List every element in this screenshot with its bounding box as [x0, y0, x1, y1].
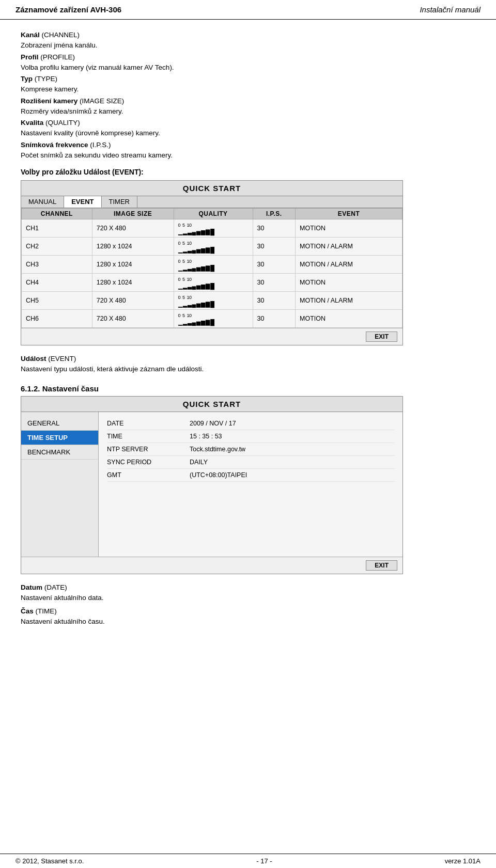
event-text: Nastavení typu události, která aktivuje … — [21, 365, 204, 373]
qs2-settings-value: (UTC+08:00)TAIPEI — [190, 471, 247, 479]
qs1-col-header: QUALITY — [174, 209, 253, 219]
header-left: Záznamové zařízení AVH-306 — [16, 5, 121, 14]
cas-label: Čas — [21, 607, 34, 615]
qs2-settings-row: GMT(UTC+08:00)TAIPEI — [107, 469, 394, 482]
cas-section: Čas (TIME) Nastavení aktuálního času. — [21, 606, 475, 627]
table-cell: 30 — [253, 310, 296, 328]
table-row: CH1720 X 4800 5 10 ▁▂▃▄▅▆▇█30MOTION — [22, 219, 402, 238]
qs1-col-header: I.P.S. — [253, 209, 296, 219]
section-612-heading: 6.1.2. Nastavení času — [21, 384, 475, 393]
page-footer: © 2012, Stasanet s.r.o. - 17 - verze 1.0… — [0, 854, 496, 868]
table-cell: 0 5 10 ▁▂▃▄▅▆▇█ — [174, 274, 253, 292]
main-content: Kanál (CHANNEL)Zobrazení jména kanálu.Pr… — [0, 25, 496, 649]
qs2-settings-row: NTP SERVERTock.stdtime.gov.tw — [107, 443, 394, 456]
table-cell: 0 5 10 ▁▂▃▄▅▆▇█ — [174, 238, 253, 256]
qs2-settings-value: DAILY — [190, 459, 208, 466]
qs1-tabs: MANUALEVENTTIMER — [21, 196, 402, 208]
qs2-footer: EXIT — [21, 557, 402, 574]
quick-start-panel-2: QUICK START GENERALTIME SETUPBENCHMARK D… — [21, 396, 403, 574]
table-cell: 30 — [253, 238, 296, 256]
qs1-col-header: EVENT — [296, 209, 402, 219]
header-right: Instalační manuál — [420, 5, 481, 14]
table-row: CH6720 X 4800 5 10 ▁▂▃▄▅▆▇█30MOTION — [22, 310, 402, 328]
qs1-tab[interactable]: EVENT — [64, 196, 101, 208]
qs2-settings-value: Tock.stdtime.gov.tw — [190, 446, 245, 453]
intro-paragraph: Kvalita (QUALITY)Nastavení kvality (úrov… — [21, 118, 475, 139]
qs1-exit-button[interactable]: EXIT — [366, 332, 397, 342]
table-cell: MOTION / ALARM — [296, 256, 402, 274]
table-cell: MOTION / ALARM — [296, 238, 402, 256]
table-cell: 0 5 10 ▁▂▃▄▅▆▇█ — [174, 256, 253, 274]
table-cell: MOTION — [296, 274, 402, 292]
qs2-nav-item[interactable]: TIME SETUP — [21, 431, 98, 445]
intro-paragraph: Typ (TYPE)Komprese kamery. — [21, 74, 475, 95]
datum-label: Datum — [21, 583, 42, 591]
qs2-settings-label: GMT — [107, 471, 190, 479]
intro-paragraph: Profil (PROFILE)Volba profilu kamery (vi… — [21, 52, 475, 73]
table-cell: MOTION — [296, 310, 402, 328]
qs2-settings-value: 2009 / NOV / 17 — [190, 420, 236, 427]
qs2-settings-row: SYNC PERIODDAILY — [107, 456, 394, 469]
intro-paragraphs: Kanál (CHANNEL)Zobrazení jména kanálu.Pr… — [21, 30, 475, 161]
table-cell: 720 X 480 — [92, 310, 174, 328]
table-cell: CH3 — [22, 256, 92, 274]
event-desc: Událost (EVENT) Nastavení typu události,… — [21, 354, 475, 375]
table-cell: 0 5 10 ▁▂▃▄▅▆▇█ — [174, 292, 253, 310]
qs2-sidebar: GENERALTIME SETUPBENCHMARK DATE2009 / NO… — [21, 412, 402, 557]
volby-heading: Volby pro záložku Událost (EVENT): — [21, 168, 475, 176]
table-cell: CH2 — [22, 238, 92, 256]
table-cell: 30 — [253, 256, 296, 274]
cas-text: Nastavení aktuálního času. — [21, 618, 105, 625]
qs2-settings-label: DATE — [107, 420, 190, 427]
footer-right: verze 1.01A — [445, 857, 481, 865]
qs1-title: QUICK START — [21, 181, 402, 196]
table-cell: 1280 x 1024 — [92, 274, 174, 292]
qs2-settings-label: TIME — [107, 433, 190, 440]
qs2-exit-button[interactable]: EXIT — [366, 560, 397, 571]
table-cell: MOTION — [296, 219, 402, 238]
qs1-col-header: CHANNEL — [22, 209, 92, 219]
qs1-table: CHANNELIMAGE SIZEQUALITYI.P.S.EVENTCH172… — [21, 208, 402, 328]
qs2-nav: GENERALTIME SETUPBENCHMARK — [21, 412, 99, 557]
table-row: CH21280 x 10240 5 10 ▁▂▃▄▅▆▇█30MOTION / … — [22, 238, 402, 256]
table-row: CH5720 X 4800 5 10 ▁▂▃▄▅▆▇█30MOTION / AL… — [22, 292, 402, 310]
qs2-settings-value: 15 : 35 : 53 — [190, 433, 222, 440]
qs2-settings-row: TIME15 : 35 : 53 — [107, 430, 394, 443]
footer-center: - 17 - — [256, 857, 272, 865]
intro-paragraph: Snímková frekvence (I.P.S.)Počet snímků … — [21, 140, 475, 161]
qs1-tab[interactable]: MANUAL — [21, 196, 64, 208]
table-cell: 1280 x 1024 — [92, 256, 174, 274]
qs1-footer: EXIT — [21, 328, 402, 345]
table-cell: 1280 x 1024 — [92, 238, 174, 256]
qs2-nav-item[interactable]: GENERAL — [21, 416, 98, 431]
intro-paragraph: Kanál (CHANNEL)Zobrazení jména kanálu. — [21, 30, 475, 51]
intro-paragraph: Rozlišení kamery (IMAGE SIZE)Rozměry vid… — [21, 96, 475, 117]
datum-section: Datum (DATE) Nastavení aktuálního data. — [21, 582, 475, 604]
qs2-title: QUICK START — [21, 397, 402, 412]
table-row: CH31280 x 10240 5 10 ▁▂▃▄▅▆▇█30MOTION / … — [22, 256, 402, 274]
table-cell: 720 X 480 — [92, 219, 174, 238]
qs2-settings-label: SYNC PERIOD — [107, 459, 190, 466]
event-note: (EVENT) — [48, 355, 76, 362]
table-cell: 0 5 10 ▁▂▃▄▅▆▇█ — [174, 310, 253, 328]
table-cell: CH1 — [22, 219, 92, 238]
footer-left: © 2012, Stasanet s.r.o. — [16, 857, 84, 865]
page-header: Záznamové zařízení AVH-306 Instalační ma… — [0, 0, 496, 20]
qs1-tab[interactable]: TIMER — [102, 196, 137, 208]
qs1-col-header: IMAGE SIZE — [92, 209, 174, 219]
table-cell: 720 X 480 — [92, 292, 174, 310]
cas-note: (TIME) — [36, 607, 57, 615]
table-cell: CH4 — [22, 274, 92, 292]
qs2-main: DATE2009 / NOV / 17TIME15 : 35 : 53NTP S… — [99, 412, 402, 557]
quick-start-panel-1: QUICK START MANUALEVENTTIMER CHANNELIMAG… — [21, 180, 403, 345]
table-cell: 30 — [253, 274, 296, 292]
qs2-nav-item[interactable]: BENCHMARK — [21, 445, 98, 460]
qs2-settings-label: NTP SERVER — [107, 446, 190, 453]
table-cell: 30 — [253, 219, 296, 238]
qs2-settings-row: DATE2009 / NOV / 17 — [107, 417, 394, 430]
datum-note: (DATE) — [44, 583, 67, 591]
table-cell: MOTION / ALARM — [296, 292, 402, 310]
table-cell: CH6 — [22, 310, 92, 328]
table-cell: 30 — [253, 292, 296, 310]
table-cell: 0 5 10 ▁▂▃▄▅▆▇█ — [174, 219, 253, 238]
